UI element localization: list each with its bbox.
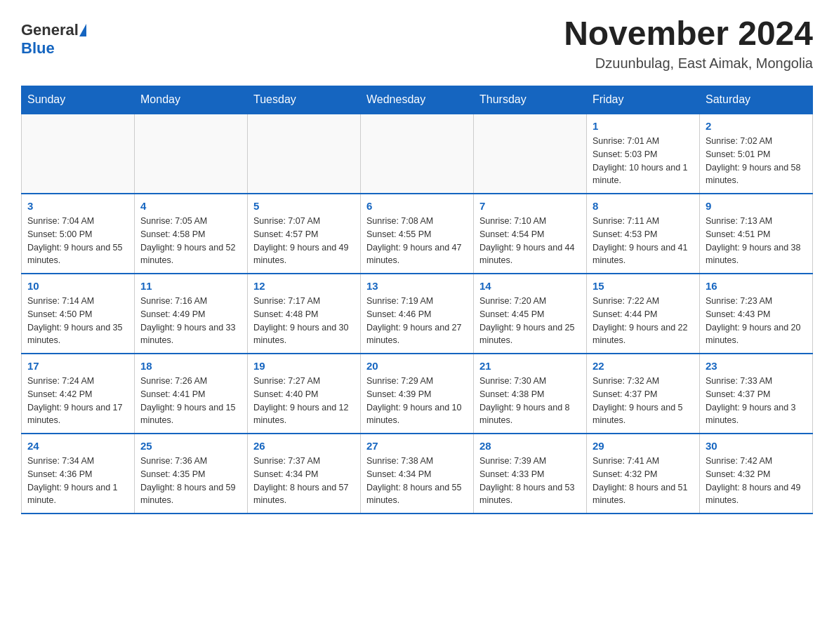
day-info: Sunrise: 7:30 AM Sunset: 4:38 PM Dayligh… xyxy=(479,375,581,427)
title-area: November 2024 Dzuunbulag, East Aimak, Mo… xyxy=(564,14,813,72)
day-info: Sunrise: 7:36 AM Sunset: 4:35 PM Dayligh… xyxy=(140,455,241,507)
calendar-cell xyxy=(474,114,587,194)
calendar-cell: 8Sunrise: 7:11 AM Sunset: 4:53 PM Daylig… xyxy=(587,194,700,274)
day-number: 27 xyxy=(366,440,468,452)
calendar-cell: 11Sunrise: 7:16 AM Sunset: 4:49 PM Dayli… xyxy=(135,274,248,354)
day-info: Sunrise: 7:16 AM Sunset: 4:49 PM Dayligh… xyxy=(140,295,241,347)
logo-triangle-icon xyxy=(79,24,86,36)
day-info: Sunrise: 7:01 AM Sunset: 5:03 PM Dayligh… xyxy=(593,135,694,187)
calendar-cell: 5Sunrise: 7:07 AM Sunset: 4:57 PM Daylig… xyxy=(248,194,361,274)
day-info: Sunrise: 7:37 AM Sunset: 4:34 PM Dayligh… xyxy=(253,455,355,507)
day-number: 7 xyxy=(479,200,581,212)
calendar-cell: 1Sunrise: 7:01 AM Sunset: 5:03 PM Daylig… xyxy=(587,114,700,194)
weekday-header-wednesday: Wednesday xyxy=(361,86,474,114)
calendar-cell: 7Sunrise: 7:10 AM Sunset: 4:54 PM Daylig… xyxy=(474,194,587,274)
day-number: 16 xyxy=(706,280,807,292)
day-number: 19 xyxy=(253,360,355,372)
calendar-cell: 4Sunrise: 7:05 AM Sunset: 4:58 PM Daylig… xyxy=(135,194,248,274)
day-number: 25 xyxy=(140,440,241,452)
day-number: 15 xyxy=(593,280,694,292)
day-number: 24 xyxy=(27,440,128,452)
day-info: Sunrise: 7:41 AM Sunset: 4:32 PM Dayligh… xyxy=(593,455,694,507)
day-number: 8 xyxy=(593,200,694,212)
day-number: 3 xyxy=(27,200,128,212)
day-info: Sunrise: 7:32 AM Sunset: 4:37 PM Dayligh… xyxy=(593,375,694,427)
day-info: Sunrise: 7:19 AM Sunset: 4:46 PM Dayligh… xyxy=(366,295,468,347)
day-number: 18 xyxy=(140,360,241,372)
calendar-cell: 24Sunrise: 7:34 AM Sunset: 4:36 PM Dayli… xyxy=(22,434,135,514)
weekday-header-tuesday: Tuesday xyxy=(248,86,361,114)
weekday-header-saturday: Saturday xyxy=(700,86,813,114)
calendar-cell: 28Sunrise: 7:39 AM Sunset: 4:33 PM Dayli… xyxy=(474,434,587,514)
calendar-cell: 18Sunrise: 7:26 AM Sunset: 4:41 PM Dayli… xyxy=(135,354,248,434)
calendar-cell: 25Sunrise: 7:36 AM Sunset: 4:35 PM Dayli… xyxy=(135,434,248,514)
weekday-header-friday: Friday xyxy=(587,86,700,114)
day-number: 11 xyxy=(140,280,241,292)
calendar-cell: 3Sunrise: 7:04 AM Sunset: 5:00 PM Daylig… xyxy=(22,194,135,274)
day-info: Sunrise: 7:29 AM Sunset: 4:39 PM Dayligh… xyxy=(366,375,468,427)
calendar-cell: 9Sunrise: 7:13 AM Sunset: 4:51 PM Daylig… xyxy=(700,194,813,274)
day-info: Sunrise: 7:13 AM Sunset: 4:51 PM Dayligh… xyxy=(706,215,807,267)
day-number: 29 xyxy=(593,440,694,452)
month-title: November 2024 xyxy=(564,14,813,53)
day-info: Sunrise: 7:20 AM Sunset: 4:45 PM Dayligh… xyxy=(479,295,581,347)
day-info: Sunrise: 7:22 AM Sunset: 4:44 PM Dayligh… xyxy=(593,295,694,347)
day-number: 22 xyxy=(593,360,694,372)
day-number: 9 xyxy=(706,200,807,212)
day-info: Sunrise: 7:17 AM Sunset: 4:48 PM Dayligh… xyxy=(253,295,355,347)
calendar-cell: 22Sunrise: 7:32 AM Sunset: 4:37 PM Dayli… xyxy=(587,354,700,434)
calendar-cell xyxy=(361,114,474,194)
day-number: 13 xyxy=(366,280,468,292)
week-row-2: 3Sunrise: 7:04 AM Sunset: 5:00 PM Daylig… xyxy=(22,194,813,274)
calendar-cell: 16Sunrise: 7:23 AM Sunset: 4:43 PM Dayli… xyxy=(700,274,813,354)
week-row-1: 1Sunrise: 7:01 AM Sunset: 5:03 PM Daylig… xyxy=(22,114,813,194)
weekday-header-thursday: Thursday xyxy=(474,86,587,114)
calendar-cell: 21Sunrise: 7:30 AM Sunset: 4:38 PM Dayli… xyxy=(474,354,587,434)
calendar-cell: 27Sunrise: 7:38 AM Sunset: 4:34 PM Dayli… xyxy=(361,434,474,514)
day-info: Sunrise: 7:02 AM Sunset: 5:01 PM Dayligh… xyxy=(706,135,807,187)
calendar-cell: 12Sunrise: 7:17 AM Sunset: 4:48 PM Dayli… xyxy=(248,274,361,354)
location-title: Dzuunbulag, East Aimak, Mongolia xyxy=(564,55,813,72)
day-info: Sunrise: 7:08 AM Sunset: 4:55 PM Dayligh… xyxy=(366,215,468,267)
day-number: 12 xyxy=(253,280,355,292)
logo: General Blue xyxy=(21,21,86,58)
calendar-cell xyxy=(135,114,248,194)
day-info: Sunrise: 7:24 AM Sunset: 4:42 PM Dayligh… xyxy=(27,375,128,427)
calendar-cell xyxy=(22,114,135,194)
day-info: Sunrise: 7:27 AM Sunset: 4:40 PM Dayligh… xyxy=(253,375,355,427)
day-info: Sunrise: 7:04 AM Sunset: 5:00 PM Dayligh… xyxy=(27,215,128,267)
calendar-cell: 6Sunrise: 7:08 AM Sunset: 4:55 PM Daylig… xyxy=(361,194,474,274)
calendar-cell: 14Sunrise: 7:20 AM Sunset: 4:45 PM Dayli… xyxy=(474,274,587,354)
day-info: Sunrise: 7:34 AM Sunset: 4:36 PM Dayligh… xyxy=(27,455,128,507)
day-number: 17 xyxy=(27,360,128,372)
calendar-cell: 15Sunrise: 7:22 AM Sunset: 4:44 PM Dayli… xyxy=(587,274,700,354)
calendar-cell: 17Sunrise: 7:24 AM Sunset: 4:42 PM Dayli… xyxy=(22,354,135,434)
week-row-5: 24Sunrise: 7:34 AM Sunset: 4:36 PM Dayli… xyxy=(22,434,813,514)
calendar-cell: 2Sunrise: 7:02 AM Sunset: 5:01 PM Daylig… xyxy=(700,114,813,194)
header: General Blue November 2024 Dzuunbulag, E… xyxy=(21,14,813,72)
day-number: 2 xyxy=(706,120,807,132)
calendar-cell xyxy=(248,114,361,194)
day-info: Sunrise: 7:05 AM Sunset: 4:58 PM Dayligh… xyxy=(140,215,241,267)
calendar: SundayMondayTuesdayWednesdayThursdayFrid… xyxy=(21,86,813,514)
day-number: 5 xyxy=(253,200,355,212)
day-number: 4 xyxy=(140,200,241,212)
weekday-header-row: SundayMondayTuesdayWednesdayThursdayFrid… xyxy=(22,86,813,114)
calendar-cell: 26Sunrise: 7:37 AM Sunset: 4:34 PM Dayli… xyxy=(248,434,361,514)
day-number: 28 xyxy=(479,440,581,452)
calendar-cell: 30Sunrise: 7:42 AM Sunset: 4:32 PM Dayli… xyxy=(700,434,813,514)
day-number: 10 xyxy=(27,280,128,292)
day-number: 26 xyxy=(253,440,355,452)
day-number: 14 xyxy=(479,280,581,292)
calendar-cell: 13Sunrise: 7:19 AM Sunset: 4:46 PM Dayli… xyxy=(361,274,474,354)
day-info: Sunrise: 7:10 AM Sunset: 4:54 PM Dayligh… xyxy=(479,215,581,267)
day-info: Sunrise: 7:26 AM Sunset: 4:41 PM Dayligh… xyxy=(140,375,241,427)
day-info: Sunrise: 7:39 AM Sunset: 4:33 PM Dayligh… xyxy=(479,455,581,507)
logo-blue-text: Blue xyxy=(21,39,86,58)
calendar-cell: 20Sunrise: 7:29 AM Sunset: 4:39 PM Dayli… xyxy=(361,354,474,434)
day-number: 1 xyxy=(593,120,694,132)
week-row-3: 10Sunrise: 7:14 AM Sunset: 4:50 PM Dayli… xyxy=(22,274,813,354)
calendar-cell: 10Sunrise: 7:14 AM Sunset: 4:50 PM Dayli… xyxy=(22,274,135,354)
weekday-header-sunday: Sunday xyxy=(22,86,135,114)
day-number: 21 xyxy=(479,360,581,372)
